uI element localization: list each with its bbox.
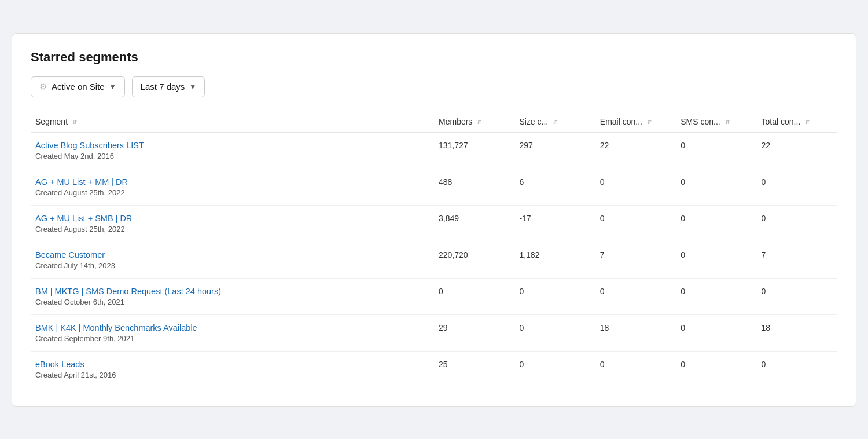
col-header-members[interactable]: Members ⇵ (434, 111, 514, 133)
sort-icon-email: ⇵ (647, 119, 652, 125)
members-cell-4: 0 (434, 278, 514, 314)
total-con-cell-0: 22 (757, 132, 837, 169)
size-change-cell-0: 297 (514, 132, 595, 169)
size-change-cell-1: 6 (514, 169, 595, 205)
segment-cell-5: BMK | K4K | Monthly Benchmarks Available… (31, 314, 434, 351)
sms-con-cell-5: 0 (676, 314, 756, 351)
segment-name-link-6[interactable]: eBook Leads (35, 360, 429, 369)
size-change-cell-5: 0 (514, 314, 595, 351)
total-con-cell-6: 0 (757, 351, 837, 387)
segment-created-1: Created August 25th, 2022 (35, 188, 125, 197)
email-con-cell-5: 18 (595, 314, 676, 351)
segment-name-link-4[interactable]: BM | MKTG | SMS Demo Request (Last 24 ho… (35, 287, 429, 296)
email-con-cell-6: 0 (595, 351, 676, 387)
col-header-size[interactable]: Size c... ⇵ (514, 111, 595, 133)
segment-name-link-0[interactable]: Active Blog Subscribers LIST (35, 141, 429, 150)
segment-cell-4: BM | MKTG | SMS Demo Request (Last 24 ho… (31, 278, 434, 314)
sort-icon-segment: ⇵ (72, 119, 77, 125)
sort-icon-size: ⇵ (553, 119, 557, 125)
sms-con-cell-6: 0 (676, 351, 756, 387)
email-con-cell-2: 0 (595, 205, 676, 242)
members-cell-0: 131,727 (434, 132, 514, 169)
segment-name-link-2[interactable]: AG + MU List + SMB | DR (35, 214, 429, 223)
segment-created-4: Created October 6th, 2021 (35, 298, 124, 306)
total-con-cell-2: 0 (757, 205, 837, 242)
starred-segments-card: Starred segments ⚙ Active on Site ▼ Last… (12, 33, 856, 407)
sms-con-cell-1: 0 (676, 169, 756, 205)
total-con-cell-1: 0 (757, 169, 837, 205)
segment-created-5: Created September 9th, 2021 (35, 334, 134, 343)
sms-con-cell-2: 0 (676, 205, 756, 242)
segment-cell-6: eBook Leads Created April 21st, 2016 (31, 351, 434, 387)
email-con-cell-1: 0 (595, 169, 676, 205)
members-cell-2: 3,849 (434, 205, 514, 242)
email-con-cell-3: 7 (595, 242, 676, 278)
col-header-sms[interactable]: SMS con... ⇵ (676, 111, 756, 133)
table-row: BMK | K4K | Monthly Benchmarks Available… (31, 314, 837, 351)
segments-table: Segment ⇵ Members ⇵ Size c... ⇵ Email co… (31, 111, 837, 387)
segment-created-3: Created July 14th, 2023 (35, 261, 115, 270)
segment-name-link-5[interactable]: BMK | K4K | Monthly Benchmarks Available (35, 323, 429, 332)
segments-table-container: Segment ⇵ Members ⇵ Size c... ⇵ Email co… (31, 111, 837, 387)
time-filter-button[interactable]: Last 7 days ▼ (132, 76, 205, 97)
col-header-total[interactable]: Total con... ⇵ (757, 111, 837, 133)
col-header-segment[interactable]: Segment ⇵ (31, 111, 434, 133)
segment-cell-1: AG + MU List + MM | DR Created August 25… (31, 169, 434, 205)
segment-created-0: Created May 2nd, 2016 (35, 152, 114, 160)
chevron-down-icon: ▼ (109, 83, 116, 91)
members-cell-1: 488 (434, 169, 514, 205)
segment-filter-button[interactable]: ⚙ Active on Site ▼ (31, 76, 125, 97)
filters-row: ⚙ Active on Site ▼ Last 7 days ▼ (31, 76, 837, 97)
total-con-cell-5: 18 (757, 314, 837, 351)
size-change-cell-2: -17 (514, 205, 595, 242)
size-change-cell-3: 1,182 (514, 242, 595, 278)
sort-icon-total: ⇵ (805, 119, 810, 125)
segment-filter-label: Active on Site (52, 82, 105, 92)
page-title: Starred segments (31, 50, 837, 65)
segment-cell-2: AG + MU List + SMB | DR Created August 2… (31, 205, 434, 242)
segment-name-link-1[interactable]: AG + MU List + MM | DR (35, 177, 429, 186)
sort-icon-members: ⇵ (477, 119, 481, 125)
members-cell-6: 25 (434, 351, 514, 387)
segment-created-6: Created April 21st, 2016 (35, 371, 116, 379)
total-con-cell-3: 7 (757, 242, 837, 278)
table-row: Active Blog Subscribers LIST Created May… (31, 132, 837, 169)
sms-con-cell-0: 0 (676, 132, 756, 169)
chevron-down-icon-time: ▼ (189, 83, 196, 91)
table-row: AG + MU List + SMB | DR Created August 2… (31, 205, 837, 242)
table-row: Became Customer Created July 14th, 2023 … (31, 242, 837, 278)
size-change-cell-6: 0 (514, 351, 595, 387)
sms-con-cell-4: 0 (676, 278, 756, 314)
members-cell-5: 29 (434, 314, 514, 351)
sms-con-cell-3: 0 (676, 242, 756, 278)
size-change-cell-4: 0 (514, 278, 595, 314)
table-header-row: Segment ⇵ Members ⇵ Size c... ⇵ Email co… (31, 111, 837, 133)
table-row: BM | MKTG | SMS Demo Request (Last 24 ho… (31, 278, 837, 314)
total-con-cell-4: 0 (757, 278, 837, 314)
table-row: AG + MU List + MM | DR Created August 25… (31, 169, 837, 205)
segment-cell-3: Became Customer Created July 14th, 2023 (31, 242, 434, 278)
gear-icon: ⚙ (39, 82, 47, 92)
time-filter-label: Last 7 days (141, 82, 185, 92)
members-cell-3: 220,720 (434, 242, 514, 278)
table-row: eBook Leads Created April 21st, 2016 25 … (31, 351, 837, 387)
segment-created-2: Created August 25th, 2022 (35, 225, 125, 233)
segment-name-link-3[interactable]: Became Customer (35, 250, 429, 259)
email-con-cell-4: 0 (595, 278, 676, 314)
col-header-email[interactable]: Email con... ⇵ (595, 111, 676, 133)
segment-cell-0: Active Blog Subscribers LIST Created May… (31, 132, 434, 169)
email-con-cell-0: 22 (595, 132, 676, 169)
sort-icon-sms: ⇵ (725, 119, 730, 125)
